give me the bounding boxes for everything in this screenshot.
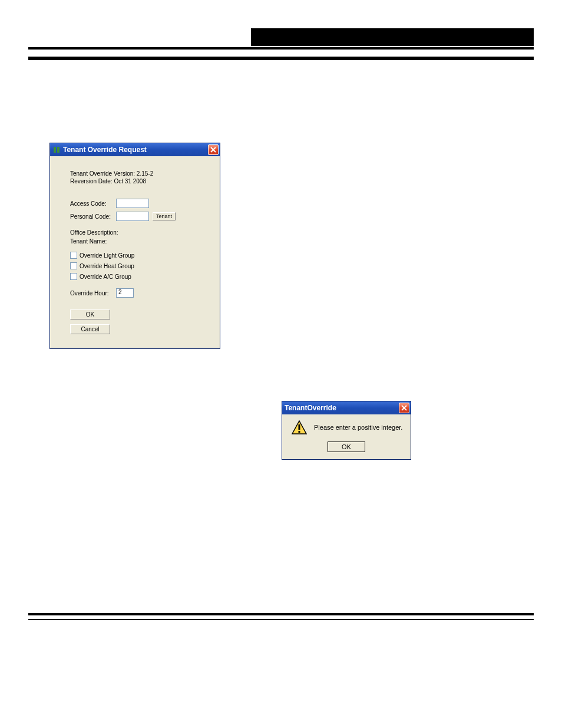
- app-icon: [52, 146, 61, 154]
- tenant-override-messagebox: TenantOverride Please enter a positive i…: [282, 401, 411, 460]
- window-title: Tenant Override Request: [63, 146, 208, 154]
- warning-icon: [292, 420, 307, 434]
- messagebox-ok-button[interactable]: OK: [328, 442, 365, 452]
- access-code-label: Access Code:: [70, 200, 116, 207]
- personal-code-input[interactable]: [116, 212, 149, 221]
- office-description-label: Office Description:: [70, 229, 206, 236]
- close-button[interactable]: [208, 144, 219, 155]
- header-bar: [28, 28, 534, 46]
- override-hour-label: Override Hour:: [70, 290, 116, 297]
- override-heat-label: Override Heat Group: [80, 263, 134, 269]
- messagebox-close-button[interactable]: [399, 403, 409, 413]
- svg-rect-0: [54, 147, 56, 153]
- svg-rect-1: [57, 147, 59, 153]
- cancel-button[interactable]: Cancel: [70, 324, 110, 334]
- header-black-block: [251, 28, 534, 46]
- reversion-date-text: Reversion Date: Oct 31 2008: [70, 178, 206, 185]
- override-ac-label: Override A/C Group: [80, 274, 131, 280]
- version-text: Tenant Override Version: 2.15-2: [70, 170, 206, 177]
- access-code-input[interactable]: [116, 199, 149, 208]
- override-heat-checkbox[interactable]: [70, 262, 77, 269]
- messagebox-text: Please enter a positive integer.: [314, 424, 402, 431]
- footer-rule: [28, 619, 534, 620]
- ok-button[interactable]: OK: [70, 309, 110, 319]
- top-rule-2: [28, 57, 534, 60]
- messagebox-title: TenantOverride: [285, 404, 399, 412]
- top-rule: [28, 47, 534, 50]
- svg-rect-3: [299, 424, 300, 430]
- tenant-button[interactable]: Tenant: [153, 212, 176, 220]
- tenant-override-window: Tenant Override Request Tenant Override …: [49, 143, 220, 349]
- override-light-label: Override Light Group: [80, 252, 134, 259]
- svg-rect-4: [299, 431, 300, 433]
- override-ac-checkbox[interactable]: [70, 273, 77, 280]
- personal-code-label: Personal Code:: [70, 213, 116, 220]
- tenant-name-label: Tenant Name:: [70, 238, 206, 245]
- titlebar: Tenant Override Request: [50, 143, 220, 156]
- messagebox-titlebar: TenantOverride: [282, 401, 411, 414]
- override-hour-input[interactable]: 2: [116, 288, 134, 298]
- override-light-checkbox[interactable]: [70, 252, 77, 259]
- bottom-rule: [28, 613, 534, 615]
